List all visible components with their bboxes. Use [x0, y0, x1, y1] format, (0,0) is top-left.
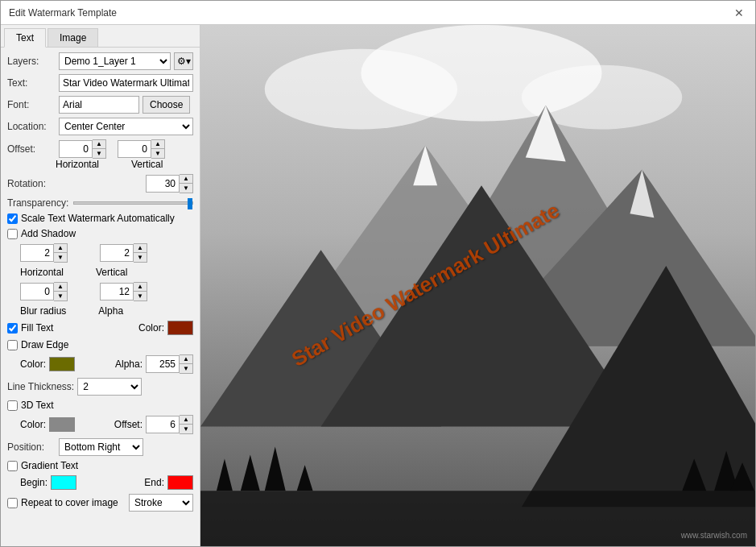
scale-text-checkbox[interactable] — [7, 213, 18, 224]
blur-alpha-row: ▲ ▼ ▲ ▼ — [7, 282, 193, 301]
gradient-colors-row: Begin: End: — [7, 475, 193, 490]
offset-v-spinner: ▲ ▼ — [118, 139, 165, 159]
gradient-text-checkbox[interactable] — [7, 461, 18, 471]
draw-edge-checkbox[interactable] — [7, 340, 18, 350]
edge-alpha-down[interactable]: ▼ — [180, 364, 192, 373]
tab-image[interactable]: Image — [48, 28, 98, 47]
text-row: Text: — [7, 74, 193, 92]
offset-sublabels: Horizontal Vertical — [7, 159, 193, 170]
position-label: Position: — [7, 441, 56, 453]
blur-down[interactable]: ▼ — [54, 292, 67, 300]
title-bar: Edit Watermark Template ✕ — [1, 1, 755, 25]
line-thickness-select[interactable]: 2 1 3 4 5 — [77, 378, 142, 396]
repeat-label: Repeat to cover image — [21, 497, 118, 508]
gradient-begin-label: Begin: — [20, 477, 48, 488]
rotation-label: Rotation: — [7, 178, 56, 189]
close-button[interactable]: ✕ — [731, 5, 747, 21]
mountain-svg — [200, 25, 755, 546]
edge-alpha-up[interactable]: ▲ — [180, 355, 192, 364]
edge-alpha-spinner: ▲ ▼ — [146, 354, 193, 374]
text-input[interactable] — [59, 74, 193, 92]
edge-color-label: Color: — [20, 358, 46, 370]
main-window: Edit Watermark Template ✕ Text Image Lay… — [0, 0, 756, 547]
font-row: Font: Choose — [7, 96, 193, 114]
shadow-alpha-label: Alpha — [98, 305, 123, 317]
draw-edge-row: Draw Edge — [7, 339, 193, 350]
3d-color-swatch[interactable] — [49, 417, 75, 432]
3d-text-check-row: 3D Text — [7, 400, 53, 411]
layers-gear-button[interactable]: ⚙▾ — [174, 52, 193, 70]
choose-font-button[interactable]: Choose — [143, 96, 190, 114]
offset-horizontal-input[interactable] — [59, 140, 93, 158]
layers-row: Layers: Demo 1_Layer 1 ⚙▾ — [7, 52, 193, 70]
edge-alpha-label: Alpha: — [115, 358, 143, 370]
rotation-up[interactable]: ▲ — [180, 175, 192, 184]
shadow-h-spinner: ▲ ▼ — [20, 243, 68, 263]
3d-offset-input[interactable] — [146, 416, 180, 433]
offset-h-down[interactable]: ▼ — [93, 149, 105, 158]
shadow-v-label: Vertical — [96, 267, 127, 278]
repeat-checkbox[interactable] — [7, 498, 18, 508]
add-shadow-checkbox[interactable] — [7, 229, 18, 239]
fill-text-label: Fill Text — [21, 322, 53, 334]
offset-v-up[interactable]: ▲ — [151, 140, 164, 149]
gradient-check-row: Gradient Text — [7, 460, 78, 471]
offset-label: Offset: — [7, 143, 56, 155]
transparency-thumb[interactable] — [188, 198, 192, 209]
rotation-down[interactable]: ▼ — [180, 184, 192, 193]
fill-color-swatch[interactable] — [167, 321, 193, 335]
shadow-h-input[interactable] — [20, 244, 54, 262]
blur-up[interactable]: ▲ — [54, 283, 67, 292]
left-panel: Text Image Layers: Demo 1_Layer 1 ⚙▾ Tex… — [1, 25, 200, 546]
rotation-spinner: ▲ ▼ — [146, 174, 193, 193]
layers-select[interactable]: Demo 1_Layer 1 — [59, 52, 171, 70]
shadow-v-down[interactable]: ▼ — [134, 253, 147, 262]
3d-color-row: Color: Offset: ▲ ▼ — [7, 415, 193, 434]
offset-vertical-input[interactable] — [118, 140, 151, 158]
location-select[interactable]: Center Center Top Left Top Right Bottom … — [59, 118, 193, 135]
stroke-select[interactable]: Stroke Fill — [129, 494, 193, 512]
line-thickness-label: Line Thickness: — [7, 381, 74, 392]
fill-color-label: Color: — [138, 322, 164, 334]
edge-color-swatch[interactable] — [49, 357, 75, 371]
shadow-h-up[interactable]: ▲ — [54, 244, 67, 253]
3d-text-checkbox[interactable] — [7, 400, 18, 411]
offset-h-up[interactable]: ▲ — [93, 140, 105, 149]
alpha-down[interactable]: ▼ — [134, 292, 147, 300]
offset-h-spinner: ▲ ▼ — [59, 139, 106, 159]
tab-text[interactable]: Text — [4, 28, 46, 48]
font-input[interactable] — [59, 96, 139, 114]
rotation-input[interactable] — [146, 175, 180, 193]
gradient-text-row: Gradient Text — [7, 460, 193, 471]
gradient-end-swatch[interactable] — [167, 475, 193, 490]
alpha-up[interactable]: ▲ — [134, 283, 147, 292]
svg-rect-13 — [200, 491, 755, 546]
shadow-h-label: Horizontal — [20, 267, 64, 278]
transparency-label: Transparency: — [7, 197, 68, 209]
fill-text-row: Fill Text Color: — [7, 321, 193, 335]
alpha-input[interactable] — [100, 283, 134, 300]
offset-v-label: Vertical — [131, 159, 163, 170]
3d-offset-up[interactable]: ▲ — [180, 416, 192, 425]
shadow-v-input[interactable] — [100, 244, 134, 262]
3d-offset-down[interactable]: ▼ — [180, 425, 192, 433]
3d-offset-label: Offset: — [114, 419, 143, 430]
offset-v-down[interactable]: ▼ — [151, 149, 164, 158]
text-label: Text: — [7, 77, 56, 89]
add-shadow-label: Add Shadow — [21, 228, 76, 239]
shadow-h-down[interactable]: ▼ — [54, 253, 67, 262]
add-shadow-row: Add Shadow — [7, 228, 193, 239]
shadow-v-up[interactable]: ▲ — [134, 244, 147, 253]
shadow-hv-row: ▲ ▼ ▲ ▼ — [7, 243, 193, 263]
main-content: Text Image Layers: Demo 1_Layer 1 ⚙▾ Tex… — [1, 25, 755, 546]
fill-text-checkbox[interactable] — [7, 323, 18, 334]
gradient-begin-swatch[interactable] — [51, 475, 76, 490]
blur-input[interactable] — [20, 283, 54, 300]
font-label: Font: — [7, 99, 56, 110]
repeat-check-row: Repeat to cover image — [7, 497, 118, 508]
edge-alpha-input[interactable] — [146, 355, 180, 373]
tab-bar: Text Image — [1, 25, 200, 48]
window-title: Edit Watermark Template — [9, 7, 117, 19]
position-select[interactable]: Bottom Right Top Left Top Right Bottom L… — [59, 438, 143, 456]
position-row: Position: Bottom Right Top Left Top Righ… — [7, 438, 193, 456]
